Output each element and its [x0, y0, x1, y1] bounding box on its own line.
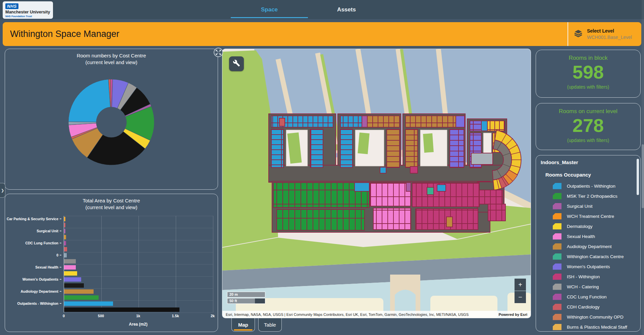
legend-item[interactable]: Withington Cataracts Centre	[553, 251, 636, 261]
legend-item[interactable]: Withington Community OPD	[553, 312, 636, 322]
legend-swatch	[553, 264, 561, 270]
bar-chart[interactable]: Car Parking & Security ServiceSurgical U…	[5, 216, 218, 313]
legend-item-label: Sexual Health	[567, 234, 595, 239]
expand-panel-icon[interactable]	[213, 47, 223, 57]
legend-swatch	[553, 314, 561, 320]
chevron-right-icon: ❯	[1, 188, 4, 193]
bar-category-label: Outpatients - Withington	[5, 300, 61, 306]
legend-item[interactable]: Sexual Health	[553, 231, 636, 241]
page-title: Withington Space Manager	[3, 29, 568, 39]
bar-category-label: Audiology Department	[5, 288, 61, 294]
legend-item-label: MSK Tier 2 Orthopaedics	[567, 194, 618, 199]
legend-swatch	[553, 183, 561, 189]
legend-item[interactable]: Outpatients - Withington	[553, 181, 636, 191]
pie-chart[interactable]	[58, 70, 165, 174]
legend-item-label: Women's Outpatients	[567, 264, 610, 269]
legend-swatch	[553, 274, 561, 280]
legend-item[interactable]: Dermatology	[553, 221, 636, 231]
stat-title: Rooms in block	[536, 55, 640, 61]
stat-value: 598	[536, 63, 640, 82]
bar-category-label: CDC Lung Function	[5, 240, 61, 246]
top-tab[interactable]: Space	[231, 0, 308, 19]
map-panel: 20 m 50 ft + − Esri, Intermap, NASA, NGA…	[222, 49, 531, 318]
bar[interactable]	[64, 271, 77, 276]
zoom-out-button[interactable]: −	[515, 291, 526, 303]
legend-title: Indoors_Master	[541, 159, 636, 165]
bar-category-label: Sexual Health	[5, 264, 61, 270]
legend-item[interactable]: MSK Tier 2 Orthopaedics	[553, 191, 636, 201]
bar[interactable]	[64, 223, 65, 227]
page-scrollbar[interactable]	[642, 0, 644, 335]
bar-chart-panel: Total Area by Cost Centre (current level…	[5, 194, 218, 332]
stat-value: 278	[536, 116, 640, 135]
legend-item[interactable]: Audiology Department	[553, 241, 636, 251]
rooms-in-block-card: Rooms in block 598 (updates with filters…	[536, 50, 641, 98]
bar-chart-x-axis-label: Area (m2)	[64, 322, 213, 327]
attribution-sources: Esri, Intermap, NASA, NGA, USGS | Esri C…	[226, 313, 469, 317]
powered-by-esri: Powered by Esri	[494, 313, 527, 317]
nhs-org-name: Manchester University	[5, 10, 50, 14]
legend-panel: Indoors_Master Rooms Occupancy Outpatien…	[536, 155, 641, 332]
bar[interactable]	[64, 235, 66, 239]
bar[interactable]	[64, 301, 113, 306]
legend-swatch	[553, 253, 561, 260]
legend-item[interactable]: WCH - Catering	[553, 282, 636, 292]
legend-swatch	[553, 233, 561, 240]
bar[interactable]	[64, 295, 99, 300]
pie-chart-title: Room numbers by Cost Centre (current lev…	[5, 49, 218, 65]
legend-swatch	[553, 223, 561, 230]
level-selector-value: WCH001.Base_Level	[587, 35, 632, 40]
map-view-tab[interactable]: Map	[231, 318, 255, 332]
nhs-trust-name: NHS Foundation Trust	[5, 15, 50, 18]
legend-group-title: Rooms Occupancy	[545, 172, 636, 178]
stat-note: (updates with filters)	[536, 138, 640, 143]
legend-item[interactable]: Surgical Unit	[553, 201, 636, 211]
legend-item-label: Outpatients - Withington	[567, 184, 615, 189]
bar[interactable]	[64, 277, 81, 282]
rooms-on-level-card: Rooms on current level 278 (updates with…	[536, 103, 641, 150]
top-tab-label: Space	[261, 6, 278, 13]
bar[interactable]	[64, 307, 179, 312]
left-panel-expander[interactable]: ❯	[0, 183, 5, 198]
legend-item[interactable]: WCH Treatment Centre	[553, 211, 636, 221]
legend-scrollbar[interactable]	[637, 159, 639, 195]
stat-note: (updates with filters)	[536, 84, 640, 90]
measure-tool-button[interactable]	[229, 56, 244, 71]
zoom-in-button[interactable]: +	[515, 279, 526, 291]
legend-item[interactable]: ISH - Withington	[553, 272, 636, 282]
bar[interactable]	[64, 229, 65, 233]
bar[interactable]	[64, 253, 67, 257]
bar[interactable]	[64, 241, 66, 245]
legend-item-label: CDH Cardiology	[567, 304, 600, 309]
level-selector-label: Select Level	[587, 28, 632, 34]
map-view-tab-label: Table	[264, 322, 276, 328]
legend-item-label: Withington Community OPD	[567, 315, 624, 320]
bar[interactable]	[64, 283, 84, 288]
legend-item[interactable]: CDC Lung Function	[553, 292, 636, 302]
legend-item-label: ISH - Withington	[567, 274, 600, 279]
legend-item[interactable]: CDH Cardiology	[553, 302, 636, 312]
legend-swatch	[553, 324, 561, 330]
wrench-icon	[233, 59, 240, 68]
floor-plan-map[interactable]	[222, 49, 531, 318]
level-selector[interactable]: Select Level WCH001.Base_Level	[568, 22, 641, 46]
legend-item-label: Withington Cataracts Centre	[567, 254, 624, 259]
legend-item-list: Outpatients - Withington MSK Tier 2 Orth…	[541, 181, 636, 332]
legend-item-label: CDC Lung Function	[567, 294, 607, 299]
map-attribution: Esri, Intermap, NASA, NGA, USGS | Esri C…	[222, 311, 531, 318]
page-scrollbar-thumb[interactable]	[642, 144, 644, 208]
map-zoom-controls: + −	[515, 279, 526, 303]
legend-item[interactable]: Women's Outpatients	[553, 261, 636, 272]
map-view-tab-label: Map	[238, 322, 248, 328]
legend-item-label: WCH - Catering	[567, 284, 599, 289]
bar[interactable]	[64, 265, 76, 270]
map-view-tab[interactable]: Table	[258, 318, 282, 332]
bar[interactable]	[64, 247, 67, 251]
bar[interactable]	[64, 259, 76, 264]
bar[interactable]	[64, 217, 65, 221]
top-tab[interactable]: Assets	[321, 0, 372, 19]
bar-category-label: Women's Outpatients	[5, 276, 61, 282]
bar[interactable]	[64, 289, 94, 294]
legend-item[interactable]: Burns & Plastics Medical Staff	[553, 322, 636, 332]
nhs-logo-icon: NHS	[5, 3, 18, 9]
